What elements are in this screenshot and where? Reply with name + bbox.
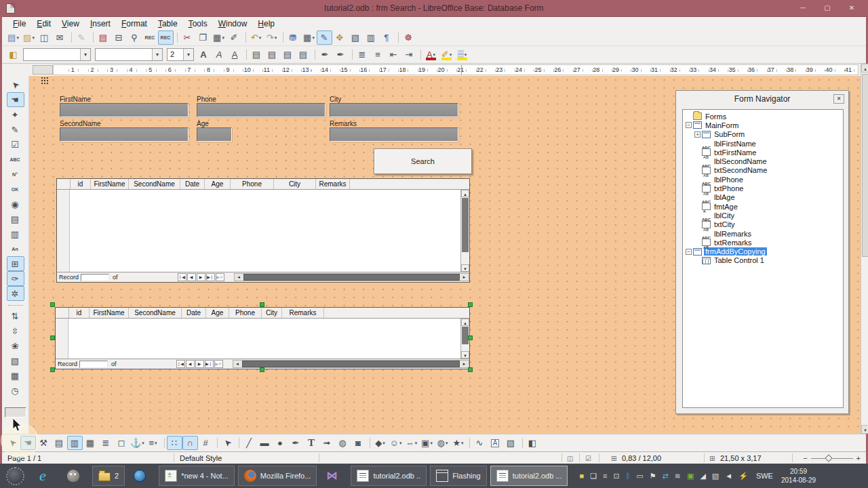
column-header[interactable]: Remarks <box>282 308 324 318</box>
maximize-button[interactable]: ▢ <box>818 2 836 14</box>
print-icon[interactable]: ⊟ <box>111 30 127 45</box>
label-secondname[interactable]: SecondName <box>60 120 101 127</box>
new-document-icon[interactable]: ▤▾ <box>5 30 21 45</box>
search-button[interactable]: Search <box>374 148 472 174</box>
scrollbar-icon[interactable]: ⇳ <box>7 323 24 338</box>
taskbar-visualstudio-icon[interactable]: ⋈ <box>320 466 347 486</box>
navigator-item-lblphone[interactable]: lblPhone <box>683 175 843 184</box>
navigator-item-subform[interactable]: + SubForm <box>683 130 843 139</box>
label-phone[interactable]: Phone <box>197 96 216 103</box>
column-header[interactable]: id <box>71 179 91 189</box>
selection-handle[interactable] <box>468 336 473 340</box>
navigator-item-txtfirstname[interactable]: txtFirstName <box>683 148 843 157</box>
tray-menu-icon[interactable]: ≡ <box>603 472 607 480</box>
label-remarks[interactable]: Remarks <box>330 120 357 127</box>
formatting-marks-icon[interactable]: ¶ <box>379 30 395 45</box>
navigator-item-lblsecondname[interactable]: lblSecondName <box>683 157 843 165</box>
close-icon[interactable]: ✕ <box>833 94 844 104</box>
zoom-out-button[interactable]: − <box>803 454 807 462</box>
navigator-item-fmtage[interactable]: fmtAge <box>683 202 843 211</box>
scrollbar-thumb[interactable] <box>862 74 868 257</box>
textbox-phone[interactable] <box>197 103 326 117</box>
styles-icon[interactable]: ◧ <box>5 47 21 62</box>
navigator-item-lblremarks[interactable]: lblRemarks <box>683 229 843 238</box>
vertical-scrollbar[interactable]: ▴ ▾ <box>460 190 469 272</box>
bullets-pen-icon[interactable]: ✒ <box>333 47 349 62</box>
taskbar-explorer-button[interactable]: 2 <box>92 466 125 486</box>
design-mode-icon[interactable]: ✎ <box>317 30 332 45</box>
column-header[interactable]: Date <box>182 308 206 318</box>
tray-folder-icon[interactable]: ❏ <box>590 472 597 480</box>
selection-handle[interactable] <box>50 367 55 372</box>
form-design-icon[interactable]: ✑ <box>7 271 24 286</box>
background-color-icon[interactable]: ▒▾ <box>454 47 470 62</box>
navigator-item-tablecontrol1[interactable]: Table Control 1 <box>683 256 843 265</box>
pressed-toolbar-button[interactable] <box>5 407 26 418</box>
flowchart-icon[interactable]: ▣▾ <box>419 436 435 450</box>
data-sources-icon[interactable]: ⛃ <box>285 30 301 45</box>
label-field-icon[interactable]: An <box>7 241 24 256</box>
gallery-icon[interactable]: ▥ <box>363 30 379 45</box>
selection-handle[interactable] <box>260 367 264 372</box>
column-header[interactable]: FirstName <box>91 179 129 189</box>
selection-handle[interactable] <box>260 302 264 307</box>
taskbar-libreoffice-active-button[interactable]: tutorial2.odb ... <box>490 466 568 486</box>
label-city[interactable]: City <box>330 96 341 103</box>
document-scrollbar[interactable]: ▴ ▾ <box>861 64 868 434</box>
image-button-icon[interactable]: ❀ <box>7 338 24 353</box>
date-field-icon[interactable]: ◷ <box>7 383 24 398</box>
open-icon[interactable]: ▨▾ <box>21 30 37 45</box>
textbox-remarks[interactable] <box>330 127 458 142</box>
previous-record-button[interactable]: ◀ <box>186 360 195 368</box>
taskbar-app-icon[interactable] <box>128 466 155 486</box>
page-style[interactable]: Default Style <box>180 452 222 464</box>
tray-sync-icon[interactable]: ⇄ <box>663 472 669 480</box>
taskbar-libreoffice-button[interactable]: tutorial2.odb .. <box>351 466 427 486</box>
form-navigator-window[interactable]: Form Navigator ✕ Forms − MainForm <box>675 90 849 414</box>
image-from-file-icon[interactable]: ▧ <box>503 436 519 450</box>
basic-shapes-icon[interactable]: ◆▾ <box>372 436 388 450</box>
navigator-item-lblage[interactable]: lblAge <box>683 193 843 202</box>
scroll-up-icon[interactable]: ▴ <box>461 190 469 197</box>
navigator-icon[interactable]: ✥ <box>332 30 348 45</box>
points-icon[interactable]: ∿ <box>472 436 488 450</box>
italic-icon[interactable]: A <box>212 47 227 62</box>
scrollbar-thumb[interactable] <box>243 274 460 281</box>
form-navigator-icon[interactable]: ▥ <box>67 436 83 450</box>
callout-round-icon[interactable]: ◍ <box>335 436 351 450</box>
textbox-secondname[interactable] <box>60 127 189 142</box>
selection-handle[interactable] <box>50 302 55 307</box>
taskbar-flashing-button[interactable]: Flashing <box>430 466 487 486</box>
scroll-up-icon[interactable]: ▴ <box>461 319 469 326</box>
taskbar-ie-icon[interactable]: e <box>31 466 58 486</box>
justify-icon[interactable]: ▤ <box>296 47 311 62</box>
keyboard-language[interactable]: SWE <box>756 472 773 480</box>
column-header[interactable]: Phone <box>231 179 274 189</box>
export-pdf-icon[interactable]: ▤ <box>96 30 111 45</box>
snap-to-grid-icon[interactable]: ∩ <box>182 436 198 450</box>
tray-gpu-icon[interactable]: ▣ <box>687 472 694 480</box>
callouts-icon[interactable]: ◍▾ <box>435 436 450 450</box>
field-age[interactable] <box>197 127 232 142</box>
check-box-icon[interactable]: ☑ <box>7 137 24 152</box>
email-icon[interactable]: ✉ <box>52 30 68 45</box>
scrollbar-thumb[interactable] <box>462 198 469 252</box>
column-header[interactable]: SecondName <box>129 308 182 318</box>
zoom-slider[interactable] <box>811 458 853 459</box>
clone-formatting-icon[interactable]: ✐ <box>226 30 242 45</box>
selection-handle[interactable] <box>468 367 473 372</box>
next-record-button[interactable]: ▶ <box>197 273 205 281</box>
horizontal-ruler[interactable]: 1234567891011121314151617181920212223242… <box>53 64 859 75</box>
navigator-item-txtphone[interactable]: txtPhone <box>683 184 843 192</box>
bold-icon[interactable]: A <box>196 47 212 62</box>
display-grid-icon[interactable]: ∷ <box>167 436 182 450</box>
tray-power-icon[interactable]: ⚡ <box>738 472 748 480</box>
text-animation-icon[interactable]: ➟ <box>319 436 335 450</box>
list-box-icon[interactable]: ▤ <box>7 211 24 226</box>
menu-item[interactable]: View <box>56 18 85 29</box>
menu-item[interactable]: Window <box>213 18 253 29</box>
scroll-right-icon[interactable]: ▸ <box>460 361 469 367</box>
tray-volume-icon[interactable]: ◄ <box>725 472 732 480</box>
drawing-select-icon[interactable]: ➤ <box>220 436 235 450</box>
textbox-city[interactable] <box>330 103 458 117</box>
